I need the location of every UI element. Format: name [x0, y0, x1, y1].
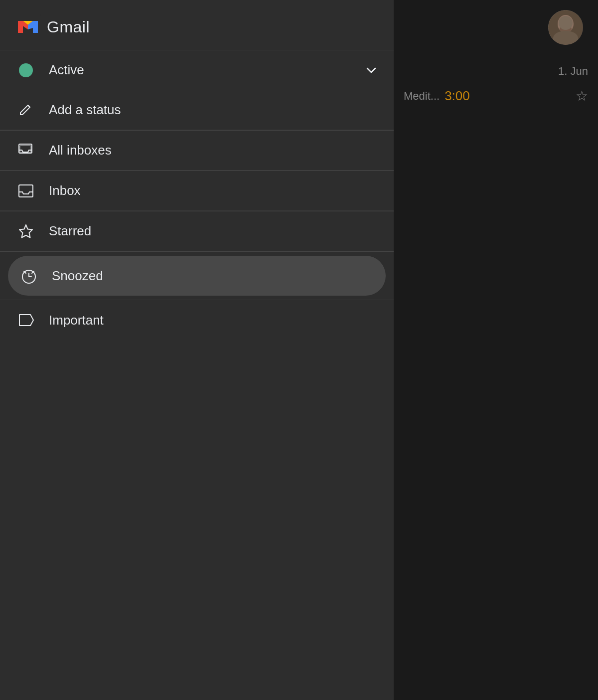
svg-point-17 — [567, 22, 570, 25]
gmail-logo[interactable]: Gmail — [15, 14, 90, 40]
important-label: Important — [49, 313, 379, 328]
sidebar-item-inbox[interactable]: Inbox — [0, 171, 394, 211]
star-icon — [15, 220, 37, 242]
add-status-label: Add a status — [49, 102, 379, 118]
inbox-icon — [15, 180, 37, 202]
right-panel: 1. Jun Medit... 3:00 ☆ — [394, 0, 598, 700]
snoozed-label: Snoozed — [52, 268, 376, 284]
chevron-down-icon — [364, 63, 379, 78]
right-header — [394, 0, 598, 55]
sidebar-item-important[interactable]: Important — [0, 300, 394, 340]
avatar-image — [548, 10, 583, 45]
sidebar-item-add-status[interactable]: Add a status — [0, 90, 394, 130]
sidebar-item-snoozed[interactable]: Snoozed — [8, 256, 386, 296]
sidebar: Gmail Active — [0, 0, 394, 700]
email-time: 3:00 — [445, 88, 470, 104]
date-label: 1. Jun — [404, 65, 588, 78]
email-subject: Medit... — [404, 90, 440, 103]
svg-point-16 — [561, 22, 564, 25]
email-preview-area: 1. Jun Medit... 3:00 ☆ — [394, 55, 598, 119]
svg-rect-11 — [19, 185, 33, 197]
inbox-label: Inbox — [49, 183, 379, 198]
sidebar-item-starred[interactable]: Starred — [0, 211, 394, 251]
email-row[interactable]: Medit... 3:00 ☆ — [404, 83, 588, 109]
main-container: Gmail Active — [0, 0, 598, 700]
gmail-m-icon — [15, 14, 41, 40]
active-label: Active — [49, 62, 364, 78]
app-title: Gmail — [47, 18, 90, 36]
menu-section: Active Add a status — [0, 50, 394, 340]
clock-icon — [18, 265, 40, 287]
sidebar-item-all-inboxes[interactable]: All inboxes — [0, 131, 394, 171]
important-icon — [15, 309, 37, 331]
svg-point-18 — [560, 25, 572, 32]
all-inboxes-label: All inboxes — [49, 143, 379, 158]
avatar[interactable] — [548, 10, 583, 45]
sidebar-item-active[interactable]: Active — [0, 50, 394, 90]
sidebar-header: Gmail — [0, 0, 394, 50]
svg-rect-10 — [20, 146, 31, 153]
starred-label: Starred — [49, 223, 379, 239]
pencil-icon — [15, 99, 37, 121]
svg-point-15 — [555, 34, 577, 45]
email-star-icon[interactable]: ☆ — [576, 88, 588, 104]
active-dot-icon — [15, 59, 37, 81]
all-inboxes-icon — [15, 140, 37, 162]
